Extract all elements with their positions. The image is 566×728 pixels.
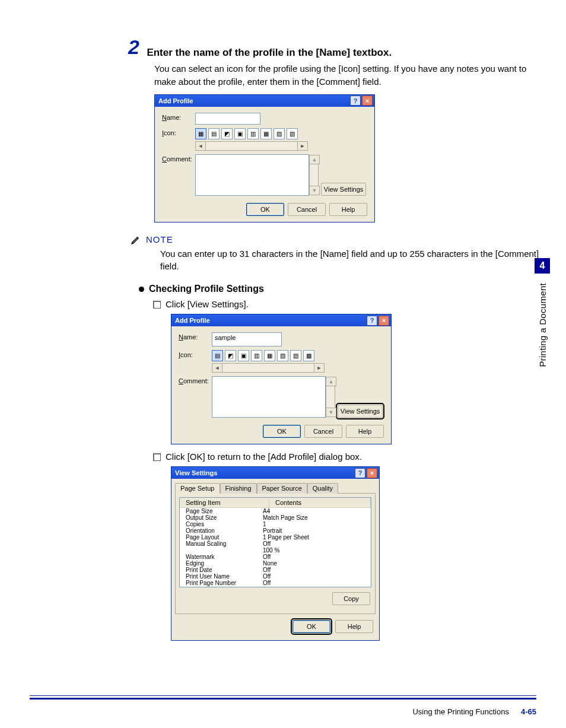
profile-icon-option[interactable]: ▨: [274, 128, 285, 139]
table-row: 100 %: [180, 547, 371, 554]
tab-strip: Page Setup Finishing Paper Source Qualit…: [171, 479, 379, 493]
table-row: Copies1: [180, 521, 371, 527]
help-button[interactable]: Help: [329, 203, 367, 216]
scroll-down-icon[interactable]: ▼: [309, 186, 320, 195]
copy-button[interactable]: Copy: [332, 592, 370, 605]
profile-icon-option[interactable]: ▩: [303, 350, 314, 361]
chapter-number-badge: 4: [535, 258, 550, 274]
table-row: Manual ScalingOff: [180, 541, 371, 547]
cancel-button[interactable]: Cancel: [304, 425, 342, 438]
icon-picker[interactable]: ▦ ▤ ◩ ▣ ▥ ▦ ▨ ▧: [195, 128, 317, 139]
tab-finishing[interactable]: Finishing: [220, 483, 257, 494]
checkbox-icon: [153, 301, 161, 309]
scroll-right-icon[interactable]: ►: [297, 141, 308, 151]
close-icon[interactable]: ×: [362, 96, 373, 106]
table-row: Page SizeA4: [180, 508, 371, 514]
profile-icon-option[interactable]: ◩: [225, 350, 236, 361]
icon-scrollbar[interactable]: ◄ ►: [195, 141, 308, 151]
dialog-title: View Settings: [175, 469, 217, 476]
tab-paper-source[interactable]: Paper Source: [257, 483, 307, 494]
table-row: WatermarkOff: [180, 554, 371, 560]
table-row: Output SizeMatch Page Size: [180, 514, 371, 521]
icon-label: Icon:: [179, 350, 212, 358]
step-number: 2: [128, 36, 139, 59]
profile-icon-option[interactable]: ▣: [234, 128, 246, 139]
name-label: Name:: [179, 332, 212, 341]
icon-scrollbar[interactable]: ◄ ►: [212, 363, 325, 373]
table-row: Print Page NumberOff: [180, 580, 371, 586]
add-profile-dialog-2: Add Profile ? × Name: sample Icon: ▤ ◩ ▣…: [171, 314, 392, 444]
help-icon[interactable]: ?: [350, 96, 361, 106]
substep-1: Click [View Settings].: [153, 299, 542, 309]
help-icon[interactable]: ?: [367, 316, 377, 326]
comment-textarea[interactable]: ▲ ▼: [195, 154, 309, 196]
scroll-down-icon[interactable]: ▼: [326, 408, 336, 417]
dialog-titlebar: View Settings ? ×: [171, 467, 379, 479]
chapter-sidebar: 4 Printing a Document: [530, 258, 554, 367]
name-input[interactable]: [195, 113, 260, 125]
close-icon[interactable]: ×: [367, 468, 377, 478]
profile-icon-option[interactable]: ▥: [247, 128, 259, 139]
name-input[interactable]: sample: [212, 332, 282, 346]
settings-table: Setting Item Contents Page SizeA4 Output…: [179, 497, 371, 587]
ok-button[interactable]: OK: [246, 203, 284, 216]
table-row: Page Layout1 Page per Sheet: [180, 534, 371, 541]
note-heading: NOTE: [131, 234, 542, 245]
view-settings-dialog: View Settings ? × Page Setup Finishing P…: [171, 466, 380, 641]
ok-button[interactable]: OK: [263, 425, 301, 438]
footer-section: Using the Printing Functions: [412, 707, 509, 716]
help-button[interactable]: Help: [335, 620, 373, 633]
icon-picker[interactable]: ▤ ◩ ▣ ▥ ▦ ▨ ▧ ▩: [212, 350, 334, 361]
profile-icon-option[interactable]: ▤: [212, 350, 223, 361]
pencil-icon: [131, 234, 141, 245]
page-footer: Using the Printing Functions 4-65: [412, 707, 536, 716]
column-setting-item: Setting Item: [180, 498, 269, 507]
profile-icon-option[interactable]: ◩: [221, 128, 233, 139]
help-icon[interactable]: ?: [355, 468, 365, 478]
name-label: Name:: [162, 113, 195, 121]
profile-icon-option[interactable]: ▨: [277, 350, 288, 361]
step-body-text: You can select an icon for the profile u…: [154, 62, 542, 88]
note-label: NOTE: [146, 234, 173, 244]
cancel-button[interactable]: Cancel: [288, 203, 326, 216]
close-icon[interactable]: ×: [379, 316, 389, 326]
table-row: OrientationPortrait: [180, 527, 371, 534]
table-row: EdgingNone: [180, 560, 371, 567]
dialog-title: Add Profile: [158, 97, 193, 104]
view-settings-button[interactable]: View Settings: [338, 405, 383, 418]
scroll-up-icon[interactable]: ▲: [309, 155, 320, 164]
dialog-titlebar: Add Profile ? ×: [171, 314, 391, 326]
icon-label: Icon:: [162, 128, 195, 136]
profile-icon-option[interactable]: ▦: [264, 350, 275, 361]
scroll-left-icon[interactable]: ◄: [212, 363, 222, 373]
profile-icon-option[interactable]: ▦: [195, 128, 206, 139]
profile-icon-option[interactable]: ▣: [238, 350, 249, 361]
view-settings-button[interactable]: View Settings: [321, 183, 366, 196]
profile-icon-option[interactable]: ▤: [208, 128, 220, 139]
checkbox-icon: [153, 453, 161, 461]
bullet-icon: [139, 287, 144, 292]
comment-label: Comment:: [162, 154, 195, 163]
tab-quality[interactable]: Quality: [307, 483, 338, 494]
table-row: Print User NameOff: [180, 573, 371, 580]
scroll-left-icon[interactable]: ◄: [195, 141, 206, 151]
column-contents: Contents: [269, 498, 371, 507]
profile-icon-option[interactable]: ▥: [251, 350, 262, 361]
scroll-up-icon[interactable]: ▲: [326, 377, 336, 386]
subsection-heading: Checking Profile Settings: [139, 284, 542, 294]
comment-textarea[interactable]: ▲ ▼: [212, 376, 326, 418]
profile-icon-option[interactable]: ▧: [290, 350, 301, 361]
note-text: You can enter up to 31 characters in the…: [160, 247, 542, 274]
help-button[interactable]: Help: [346, 425, 384, 438]
profile-icon-option[interactable]: ▦: [260, 128, 272, 139]
ok-button[interactable]: OK: [292, 620, 330, 633]
footer-divider: [30, 695, 536, 700]
step-title: Enter the name of the profile in the [Na…: [147, 47, 392, 58]
scroll-right-icon[interactable]: ►: [314, 363, 325, 373]
substep-2: Click [OK] to return to the [Add Profile…: [153, 452, 542, 462]
page-number: 4-65: [521, 707, 536, 716]
add-profile-dialog-1: Add Profile ? × Name: Icon: ▦ ▤ ◩ ▣: [154, 94, 375, 222]
table-row: Print DateOff: [180, 567, 371, 573]
profile-icon-option[interactable]: ▧: [287, 128, 298, 139]
tab-page-setup[interactable]: Page Setup: [175, 483, 220, 494]
